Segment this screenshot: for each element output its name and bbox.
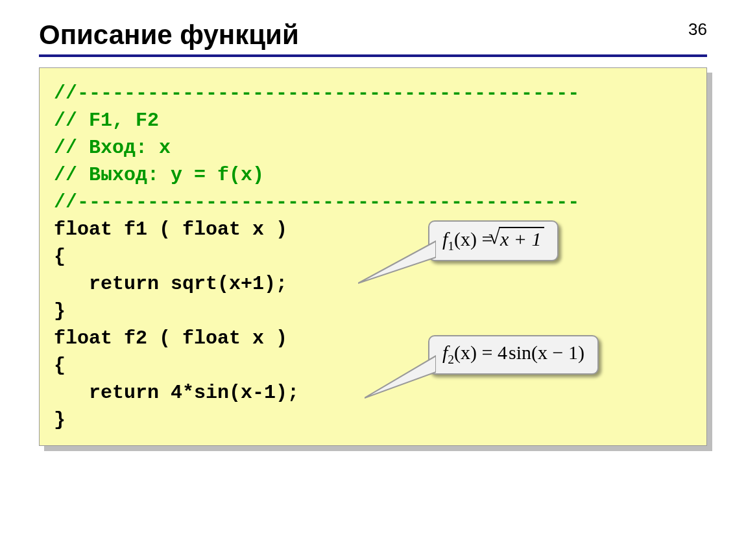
code-comment: //--------------------------------------… [54, 191, 579, 213]
formula-eq: = [477, 342, 498, 363]
code-comment: // F1, F2 [54, 110, 159, 132]
callout-pointer-icon [358, 235, 436, 286]
formula-callout-f1: f1(x) = √x + 1 [428, 220, 559, 261]
formula-sub: 2 [448, 353, 454, 366]
formula-arg: (x) [454, 228, 477, 250]
code-comment: // Выход: y = f(x) [54, 164, 264, 186]
code-line: return sqrt(x+1); [54, 273, 287, 295]
formula-callout-f2: f2(x) = 4sin(x − 1) [428, 335, 599, 375]
slide-title: Описание функций [39, 19, 707, 51]
code-line: { [54, 246, 66, 268]
formula-trig: sin [507, 342, 531, 363]
code-comment: //--------------------------------------… [54, 82, 579, 104]
formula-radicand: x + 1 [500, 228, 542, 250]
callout-pointer-icon [365, 349, 436, 401]
formula-sub: 1 [448, 239, 454, 253]
code-line: } [54, 409, 66, 431]
sqrt-icon: √x + 1 [498, 227, 544, 250]
code-line: return 4*sin(x-1); [54, 382, 299, 404]
code-line: } [54, 300, 66, 322]
code-line: { [54, 355, 66, 377]
code-comment: // Вход: x [54, 137, 171, 159]
title-rule [39, 54, 707, 57]
formula-targ: (x − 1) [531, 342, 584, 363]
code-line: float f1 ( float x ) [54, 218, 287, 240]
formula-coef: 4 [498, 342, 507, 363]
code-block-wrapper: //--------------------------------------… [39, 67, 707, 446]
code-line: float f2 ( float x ) [54, 327, 287, 349]
page-number: 36 [688, 19, 707, 40]
svg-marker-0 [358, 241, 436, 283]
slide: 36 Описание функций //------------------… [0, 0, 746, 560]
svg-marker-1 [365, 356, 436, 398]
formula-arg: (x) [454, 342, 477, 363]
